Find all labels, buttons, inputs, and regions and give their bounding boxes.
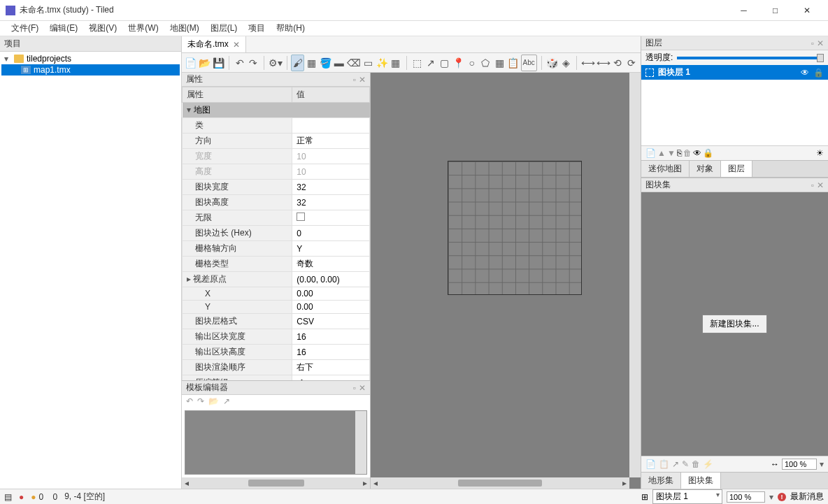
stamp-tool-icon[interactable]: 🖌 (291, 55, 304, 71)
delete-icon[interactable]: 🗑 (692, 459, 700, 469)
tab-objects[interactable]: 对象 (690, 161, 721, 177)
close-panel-icon[interactable]: ✕ (359, 75, 366, 85)
close-icon[interactable]: ✕ (233, 40, 240, 50)
dynamic-icon[interactable]: ⚡ (703, 459, 713, 469)
new-file-icon[interactable]: 📄 (185, 55, 197, 71)
template-body[interactable] (185, 410, 367, 475)
menu-edit[interactable]: 编辑(E) (44, 21, 83, 36)
zoom-input[interactable] (727, 491, 765, 503)
undo-icon[interactable]: ↶ (234, 55, 246, 71)
rotate-left-icon[interactable]: ⟲ (612, 55, 624, 71)
map-canvas[interactable]: ◂▸ (371, 73, 641, 489)
edit-polygon-icon[interactable]: ↗ (424, 55, 437, 71)
undock-icon[interactable]: ▫ (811, 180, 814, 190)
tab-tilesets[interactable]: 图块集 (681, 473, 721, 489)
console-icon[interactable]: ▤ (4, 492, 12, 502)
tree-folder[interactable]: ▾ tiledprojects (1, 53, 180, 64)
save-icon[interactable]: 💾 (212, 55, 224, 71)
object-select-icon[interactable]: ⬚ (411, 55, 423, 71)
minimize-button[interactable]: ─ (728, 1, 759, 20)
rect-select-icon[interactable]: ▭ (362, 55, 375, 71)
delete-icon[interactable]: 🗑 (683, 148, 692, 158)
same-tile-select-icon[interactable]: ▦ (390, 55, 402, 71)
open-file-icon[interactable]: 📂 (199, 55, 211, 71)
close-button[interactable]: ✕ (791, 1, 822, 20)
error-icon[interactable]: ! (778, 493, 786, 501)
insert-ellipse-icon[interactable]: ○ (466, 55, 478, 71)
menu-map[interactable]: 地图(M) (164, 21, 205, 36)
shape-fill-icon[interactable]: ▬ (333, 55, 345, 71)
menu-project[interactable]: 项目 (243, 21, 271, 36)
menu-view[interactable]: 视图(V) (83, 21, 122, 36)
tree-file[interactable]: ⊞ map1.tmx (1, 64, 180, 75)
opacity-slider[interactable] (677, 57, 824, 59)
export-icon[interactable]: ↗ (672, 459, 679, 469)
close-panel-icon[interactable]: ✕ (817, 180, 824, 190)
highlight-icon[interactable]: ☀ (816, 148, 824, 158)
menu-help[interactable]: 帮助(H) (271, 21, 310, 36)
visibility-icon[interactable]: 👁 (801, 68, 809, 78)
menu-world[interactable]: 世界(W) (122, 21, 164, 36)
undock-icon[interactable]: ▫ (353, 75, 356, 85)
flip-h-icon[interactable]: ⟷ (581, 55, 595, 71)
zoom-dropdown-icon[interactable]: ▾ (769, 492, 773, 502)
menu-layer[interactable]: 图层(L) (205, 21, 243, 36)
insert-text-icon[interactable]: Abc (521, 55, 537, 71)
close-panel-icon[interactable]: ✕ (359, 383, 366, 393)
redo-icon[interactable]: ↷ (197, 396, 204, 406)
rotate-right-icon[interactable]: ⟳ (625, 55, 638, 71)
scrollbar-h[interactable]: ◂▸ (371, 477, 629, 489)
eraser-icon[interactable]: ⌫ (347, 55, 361, 71)
insert-polygon-icon[interactable]: ⬠ (480, 55, 492, 71)
arrow-icon[interactable]: ↗ (223, 396, 230, 406)
zoom-dropdown-icon[interactable]: ▾ (820, 459, 824, 469)
open-icon[interactable]: 📂 (208, 396, 219, 406)
maximize-button[interactable]: □ (759, 1, 791, 20)
insert-rect-icon[interactable]: ▢ (438, 55, 451, 71)
scrollbar-h[interactable]: ◂▸ (182, 477, 370, 489)
doc-tab[interactable]: 未命名.tmx ✕ (182, 36, 246, 52)
new-tileset-button[interactable]: 新建图块集... (702, 315, 766, 333)
duplicate-icon[interactable]: ⎘ (677, 148, 682, 158)
redo-icon[interactable]: ↷ (247, 55, 259, 71)
close-panel-icon[interactable]: ✕ (817, 38, 824, 48)
fill-tool-icon[interactable]: 🪣 (319, 55, 331, 71)
tab-terrain[interactable]: 地形集 (641, 473, 681, 489)
command-icon[interactable]: ⚙▾ (269, 55, 283, 71)
lock-toggle-icon[interactable]: 🔒 (703, 148, 713, 158)
news-label[interactable]: 最新消息 (790, 491, 824, 503)
flip-v-icon[interactable]: ⟷ (597, 55, 611, 71)
tab-minimap[interactable]: 迷你地图 (641, 161, 690, 177)
random-icon[interactable]: 🎲 (546, 55, 559, 71)
edit-icon[interactable]: ✎ (682, 459, 689, 469)
move-down-icon[interactable]: ▼ (667, 148, 676, 158)
layer-row[interactable]: 图块层 1 👁 🔒 (641, 65, 828, 80)
map-grid[interactable] (448, 161, 582, 295)
lock-icon[interactable]: 🔒 (813, 68, 824, 78)
magic-wand-icon[interactable]: ✨ (376, 55, 388, 71)
undo-icon[interactable]: ↶ (186, 396, 193, 406)
insert-tile-icon[interactable]: ▦ (493, 55, 506, 71)
scrollbar-v[interactable] (629, 73, 641, 477)
scrollbar-v[interactable] (355, 411, 366, 474)
zoom-reset-icon[interactable]: ↔ (771, 459, 779, 469)
show-hide-icon[interactable]: 👁 (693, 148, 701, 158)
current-layer-dropdown[interactable]: 图块层 1 (652, 489, 722, 504)
caret-icon[interactable]: ▾ (4, 54, 11, 64)
section-map[interactable]: ▾地图 (183, 103, 370, 118)
wang-icon[interactable]: ◈ (559, 55, 572, 71)
new-layer-icon[interactable]: 📄 (645, 148, 656, 158)
undock-icon[interactable]: ▫ (353, 383, 356, 393)
slider-thumb[interactable] (817, 54, 824, 62)
undock-icon[interactable]: ▫ (811, 38, 814, 48)
zoom-input[interactable] (782, 459, 817, 470)
tab-layers[interactable]: 图层 (721, 161, 752, 177)
new-tileset-icon[interactable]: 📄 (645, 459, 656, 469)
terrain-tool-icon[interactable]: ▦ (306, 55, 318, 71)
move-up-icon[interactable]: ▲ (657, 148, 666, 158)
menu-file[interactable]: 文件(F) (6, 21, 44, 36)
insert-template-icon[interactable]: 📋 (507, 55, 520, 71)
embed-icon[interactable]: 📋 (659, 459, 669, 469)
insert-point-icon[interactable]: 📍 (452, 55, 464, 71)
issues-count[interactable]: ● ● 0 0 (19, 492, 57, 502)
